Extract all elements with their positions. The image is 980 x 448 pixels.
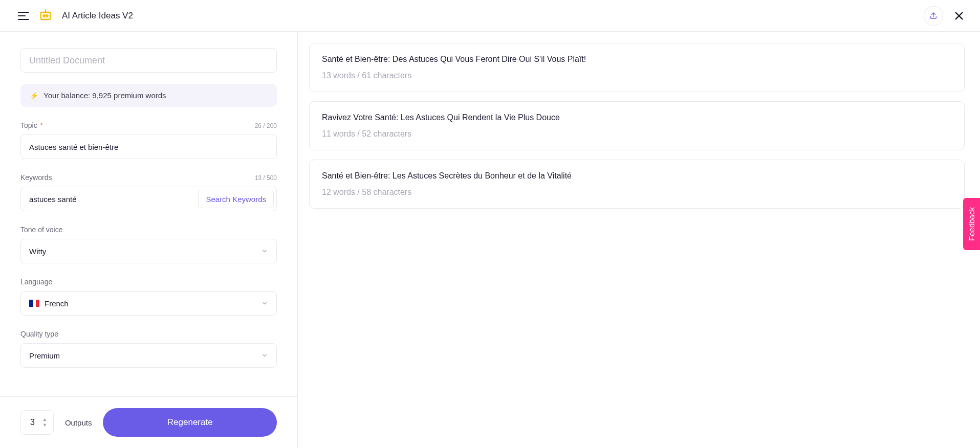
outputs-label: Outputs [65, 418, 92, 427]
balance-pill: ⚡ Your balance: 9,925 premium words [20, 84, 277, 107]
result-title: Ravivez Votre Santé: Les Astuces Qui Ren… [322, 113, 952, 122]
stepper-arrows[interactable]: ▲ ▼ [42, 417, 47, 428]
output-count-value: 3 [30, 418, 37, 427]
balance-text: Your balance: 9,925 premium words [43, 91, 166, 100]
chevron-down-icon[interactable]: ▼ [42, 423, 47, 428]
search-keywords-button[interactable]: Search Keywords [198, 190, 274, 208]
app-header: AI Article Ideas V2 [0, 0, 980, 32]
result-title: Santé et Bien-être: Des Astuces Qui Vous… [322, 55, 952, 64]
header-left: AI Article Ideas V2 [18, 9, 133, 23]
feedback-label: Feedback [967, 207, 976, 241]
chevron-up-icon[interactable]: ▲ [42, 417, 47, 422]
output-count-stepper[interactable]: 3 ▲ ▼ [20, 410, 54, 435]
tone-select[interactable]: Witty [20, 239, 277, 263]
chevron-down-icon [261, 248, 268, 255]
quality-label: Quality type [20, 330, 58, 338]
quality-value: Premium [29, 351, 60, 360]
flag-fr-icon [29, 300, 39, 307]
result-card[interactable]: Santé et Bien-être: Les Astuces Secrètes… [309, 160, 965, 209]
tone-value: Witty [29, 247, 46, 256]
bolt-icon: ⚡ [30, 92, 38, 100]
sidebar-footer: 3 ▲ ▼ Outputs Regenerate [0, 396, 297, 448]
keywords-label: Keywords [20, 173, 52, 182]
menu-icon[interactable] [18, 12, 29, 20]
result-card[interactable]: Santé et Bien-être: Des Astuces Qui Vous… [309, 43, 965, 92]
result-title: Santé et Bien-être: Les Astuces Secrètes… [322, 171, 952, 181]
topic-input[interactable] [20, 135, 277, 159]
chevron-down-icon [261, 352, 268, 359]
regenerate-button[interactable]: Regenerate [103, 408, 277, 437]
tone-label: Tone of voice [20, 226, 63, 234]
close-icon[interactable] [953, 10, 965, 21]
quality-select[interactable]: Premium [20, 343, 277, 368]
document-title-input[interactable] [20, 48, 277, 73]
app-title: AI Article Ideas V2 [62, 11, 133, 21]
share-button[interactable] [924, 6, 943, 26]
result-meta: 13 words / 61 characters [322, 71, 952, 80]
language-select[interactable]: French [20, 291, 277, 316]
share-icon [929, 12, 938, 20]
result-meta: 12 words / 58 characters [322, 188, 952, 197]
header-right [924, 6, 965, 26]
keywords-counter: 13 / 500 [255, 174, 277, 182]
topic-label: Topic * [20, 121, 43, 129]
results-panel: Santé et Bien-être: Des Astuces Qui Vous… [298, 32, 980, 448]
topic-counter: 26 / 200 [255, 122, 277, 129]
result-meta: 11 words / 52 characters [322, 129, 952, 139]
sidebar: ⚡ Your balance: 9,925 premium words Topi… [0, 32, 298, 448]
chevron-down-icon [261, 300, 268, 307]
language-value: French [45, 299, 69, 308]
result-card[interactable]: Ravivez Votre Santé: Les Astuces Qui Ren… [309, 101, 965, 150]
language-label: Language [20, 278, 52, 286]
feedback-tab[interactable]: Feedback [963, 198, 980, 250]
app-logo-icon [38, 9, 53, 23]
